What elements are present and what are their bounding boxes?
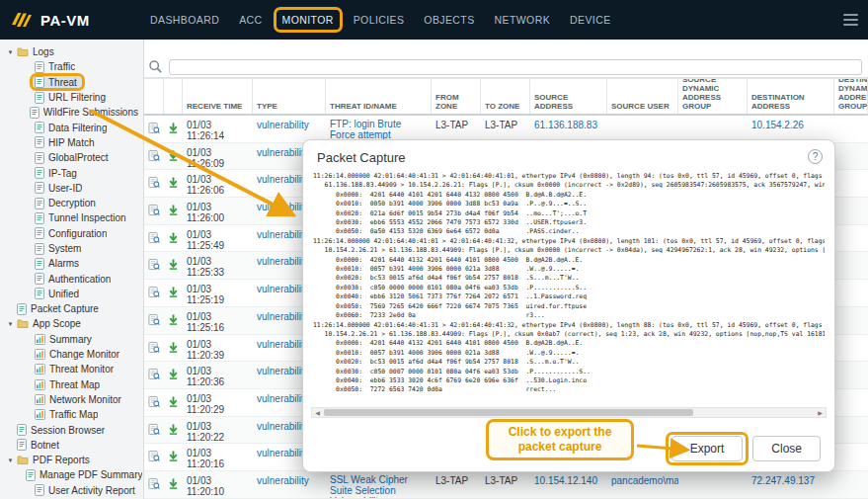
cell-destination-address[interactable]: 10.154.2.26 bbox=[748, 116, 834, 142]
cell-threat-name[interactable]: FTP: login Brute Force attempt bbox=[326, 116, 432, 142]
tab-acc[interactable]: ACC bbox=[237, 10, 264, 30]
log-detail-icon[interactable] bbox=[144, 170, 164, 197]
packet-capture-download-icon[interactable] bbox=[164, 225, 183, 252]
packet-capture-download-icon[interactable] bbox=[164, 252, 183, 279]
sidebar-item-configuration[interactable]: Configuration bbox=[0, 226, 143, 241]
sidebar-item-traffic[interactable]: Traffic bbox=[0, 59, 143, 74]
log-detail-icon[interactable] bbox=[144, 116, 164, 142]
packet-capture-download-icon[interactable] bbox=[164, 389, 183, 416]
packet-capture-download-icon[interactable] bbox=[164, 417, 183, 444]
cell-threat-name[interactable]: SSL Weak Cipher Suite Selection Vulnerab… bbox=[326, 471, 432, 498]
sidebar-item-url-filtering[interactable]: URL Filtering bbox=[0, 90, 143, 105]
sidebar-item-unified[interactable]: Unified bbox=[0, 287, 143, 301]
sidebar-item-wildfire-submissions[interactable]: WildFire Submissions bbox=[0, 105, 143, 120]
packet-capture-download-icon[interactable] bbox=[164, 471, 183, 498]
packet-capture-download-icon[interactable] bbox=[164, 116, 183, 142]
packet-capture-download-icon[interactable] bbox=[164, 335, 183, 362]
sidebar-item-globalprotect[interactable]: GlobalProtect bbox=[0, 150, 143, 165]
sidebar-item-app-scope[interactable]: ▼App Scope bbox=[0, 316, 143, 331]
cell-source-address[interactable]: 61.136.188.83 bbox=[530, 116, 607, 142]
scroll-left-icon[interactable]: ◀ bbox=[312, 408, 323, 417]
close-button[interactable]: Close bbox=[752, 436, 821, 461]
packet-capture-download-icon[interactable] bbox=[164, 362, 183, 388]
log-detail-icon[interactable] bbox=[144, 444, 164, 470]
cell-extra bbox=[834, 170, 868, 197]
cell-type[interactable]: vulnerability bbox=[253, 471, 326, 498]
sidebar-item-alarms[interactable]: Alarms bbox=[0, 256, 143, 271]
log-detail-icon[interactable] bbox=[144, 417, 164, 444]
col-source-user[interactable]: SOURCE USER bbox=[607, 79, 678, 114]
col-source-dynamic-address-group[interactable]: SOURCE DYNAMIC ADDRESS GROUP bbox=[678, 79, 748, 114]
packet-capture-download-icon[interactable] bbox=[164, 307, 183, 334]
scroll-right-icon[interactable]: ▶ bbox=[815, 408, 826, 417]
sidebar-item-user-activity-report[interactable]: User Activity Report bbox=[0, 483, 143, 498]
log-detail-icon[interactable] bbox=[144, 280, 164, 306]
sidebar-item-threat-map[interactable]: Threat Map bbox=[0, 377, 143, 392]
help-icon[interactable]: ? bbox=[808, 149, 823, 164]
search-icon[interactable] bbox=[148, 59, 163, 74]
cell-source-address[interactable]: 10.154.12.140 bbox=[530, 471, 607, 498]
log-detail-icon[interactable] bbox=[144, 143, 164, 170]
tab-policies[interactable]: POLICIES bbox=[352, 10, 407, 30]
sidebar-item-change-monitor[interactable]: Change Monitor bbox=[0, 347, 143, 362]
packet-capture-download-icon[interactable] bbox=[164, 280, 183, 306]
sidebar-item-network-monitor[interactable]: Network Monitor bbox=[0, 392, 143, 407]
sidebar-item-botnet[interactable]: Botnet bbox=[0, 438, 143, 453]
export-button[interactable]: Export bbox=[671, 436, 744, 461]
cell-source-user[interactable]: pancademo\mar... bbox=[607, 471, 678, 498]
col-destination-dynamic-address-group[interactable]: DESTINATION DYNAMIC ADDRESS GROUP bbox=[834, 79, 868, 114]
log-detail-icon[interactable] bbox=[144, 335, 164, 362]
packet-capture-download-icon[interactable] bbox=[164, 198, 183, 224]
sidebar-item-system[interactable]: System bbox=[0, 241, 143, 256]
sidebar-item-tunnel-inspection[interactable]: Tunnel Inspection bbox=[0, 210, 143, 225]
log-detail-icon[interactable] bbox=[144, 252, 164, 279]
log-detail-icon[interactable] bbox=[144, 389, 164, 416]
sidebar-item-user-id[interactable]: User-ID bbox=[0, 181, 143, 196]
sidebar-item-packet-capture[interactable]: Packet Capture bbox=[0, 301, 143, 316]
log-filter-input[interactable] bbox=[169, 59, 862, 75]
sidebar-item-pdf-reports[interactable]: ▼PDF Reports bbox=[0, 453, 143, 467]
packet-capture-download-icon[interactable] bbox=[164, 170, 183, 197]
tab-network[interactable]: NETWORK bbox=[493, 10, 552, 30]
sidebar-item-manage-pdf-summary[interactable]: Manage PDF Summary bbox=[0, 467, 143, 482]
nav-menu-icon[interactable] bbox=[843, 14, 858, 26]
sidebar-item-decryption[interactable]: Decryption bbox=[0, 196, 143, 210]
caret-down-icon[interactable]: ▼ bbox=[6, 321, 15, 327]
col-threat-id-name[interactable]: THREAT ID/NAME bbox=[326, 79, 432, 114]
log-detail-icon[interactable] bbox=[144, 471, 164, 498]
tab-dashboard[interactable]: DASHBOARD bbox=[148, 10, 221, 30]
log-detail-icon[interactable] bbox=[144, 307, 164, 334]
sidebar-item-session-browser[interactable]: Session Browser bbox=[0, 422, 143, 437]
col-detail[interactable] bbox=[144, 79, 164, 114]
packet-capture-download-icon[interactable] bbox=[164, 143, 183, 170]
sidebar-item-data-filtering[interactable]: Data Filtering bbox=[0, 120, 143, 134]
caret-down-icon[interactable]: ▼ bbox=[6, 49, 15, 55]
log-detail-icon[interactable] bbox=[144, 225, 164, 252]
col-type[interactable]: TYPE bbox=[253, 79, 326, 114]
log-detail-icon[interactable] bbox=[144, 198, 164, 224]
tab-device[interactable]: DEVICE bbox=[568, 10, 613, 30]
sidebar-item-logs[interactable]: ▼Logs bbox=[0, 44, 143, 59]
sidebar-item-threat[interactable]: Threat bbox=[0, 75, 143, 90]
col-from-zone[interactable]: FROM ZONE bbox=[432, 79, 481, 114]
caret-down-icon[interactable]: ▼ bbox=[6, 457, 15, 463]
sidebar-item-authentication[interactable]: Authentication bbox=[0, 271, 143, 286]
cell-destination-address[interactable]: 72.247.49.137 bbox=[748, 471, 834, 498]
cell-type[interactable]: vulnerability bbox=[253, 116, 326, 142]
col-pcap[interactable] bbox=[164, 79, 183, 114]
sidebar-item-hip-match[interactable]: HIP Match bbox=[0, 135, 143, 150]
sidebar-item-threat-monitor[interactable]: Threat Monitor bbox=[0, 362, 143, 376]
col-receive-time[interactable]: RECEIVE TIME bbox=[183, 79, 253, 114]
sidebar-item-traffic-map[interactable]: Traffic Map bbox=[0, 407, 143, 422]
col-destination-address[interactable]: DESTINATION ADDRESS bbox=[748, 79, 834, 114]
sidebar-item-ip-tag[interactable]: IP-Tag bbox=[0, 165, 143, 180]
tab-monitor[interactable]: MONITOR bbox=[280, 10, 336, 30]
horizontal-scrollbar[interactable]: ◀ ▶ bbox=[311, 407, 827, 418]
tab-objects[interactable]: OBJECTS bbox=[422, 10, 476, 30]
col-source-address[interactable]: SOURCE ADDRESS bbox=[530, 79, 607, 114]
col-to-zone[interactable]: TO ZONE bbox=[481, 79, 530, 114]
packet-capture-download-icon[interactable] bbox=[164, 444, 183, 470]
scrollbar-thumb[interactable] bbox=[324, 409, 693, 416]
sidebar-item-summary[interactable]: Summary bbox=[0, 332, 143, 347]
log-detail-icon[interactable] bbox=[144, 362, 164, 388]
